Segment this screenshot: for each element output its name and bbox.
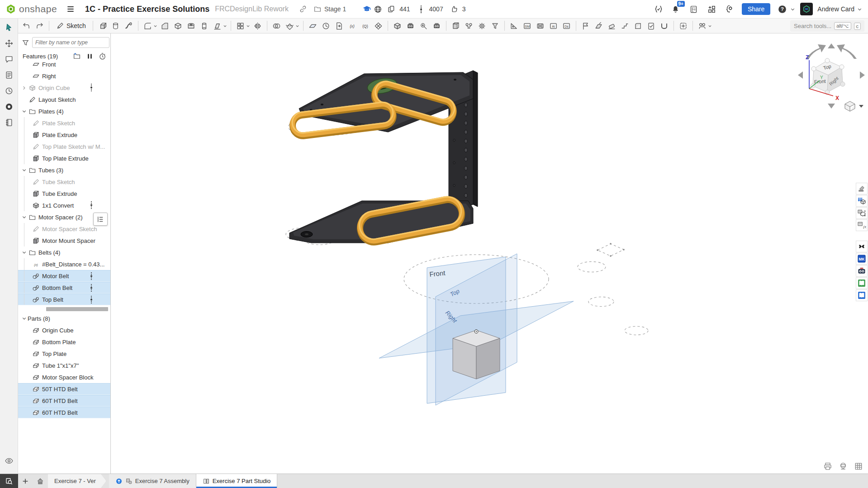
toolbar-sheet-metal-model-button[interactable]: SM [521, 20, 533, 32]
tree-row[interactable]: Motor Mount Spacer [18, 235, 110, 246]
user-name[interactable]: Andrew Card [817, 5, 854, 13]
toolbar-delete-face-button[interactable] [606, 20, 618, 32]
toolbar-sketch-button[interactable]: Sketch [52, 20, 90, 32]
filter-input[interactable] [32, 37, 109, 48]
origin-cube-part[interactable] [453, 330, 500, 379]
toolbar-redo-button[interactable] [33, 20, 46, 32]
rollback-handle[interactable] [93, 213, 108, 226]
toolbar-measure-caret[interactable] [708, 22, 712, 30]
tree-row[interactable]: Bottom Plate [18, 336, 110, 348]
toolbar-variable-studio-button[interactable]: (Q) [359, 20, 371, 32]
view-cube[interactable]: Top Front Right Z X Y [798, 43, 865, 111]
tree-row[interactable]: Tubes (3) [18, 164, 110, 176]
instances-dots-icon[interactable] [90, 83, 93, 94]
toolbar-thread-button[interactable] [198, 20, 210, 32]
chevron-open-icon[interactable] [20, 168, 28, 173]
toolbar-linear-pattern-caret[interactable] [246, 22, 251, 30]
tree-row[interactable]: 60T HTD Belt [18, 407, 110, 418]
task-list-icon[interactable] [688, 4, 699, 14]
app-library-blue-icon[interactable] [856, 289, 868, 301]
chevron-open-icon[interactable] [20, 215, 28, 220]
toolbar-flag-feature-button[interactable] [579, 20, 592, 32]
toolbar-derive-button[interactable] [333, 20, 345, 32]
chevron-open-icon[interactable] [20, 250, 28, 255]
user-caret-icon[interactable] [856, 4, 863, 14]
tab-exercise-7-part-studio[interactable]: Exercise 7 Part Studio [196, 474, 278, 488]
toolbar-linear-pattern-button[interactable] [234, 20, 247, 32]
toolbar-routing-button[interactable] [658, 20, 670, 32]
comments-icon[interactable] [3, 53, 15, 66]
score-dots-icon[interactable] [416, 4, 427, 14]
link-icon[interactable] [298, 4, 308, 14]
tree-row[interactable]: Top Plate [18, 348, 110, 360]
toolbar-split-caret[interactable] [295, 22, 300, 30]
viewport-3d[interactable]: Front Top Right [111, 33, 868, 474]
toolbar-hole-button[interactable] [185, 20, 197, 32]
toolbar-add-custom-feature-button[interactable] [677, 20, 689, 32]
instances-dots-icon[interactable] [90, 284, 93, 294]
ai-head-icon[interactable] [725, 4, 735, 14]
notes-icon[interactable] [3, 69, 15, 81]
app-robot-icon[interactable] [856, 265, 868, 277]
touch-visibility-icon[interactable] [3, 455, 15, 467]
tab-exercise-7-assembly[interactable]: Exercise 7 Assembly [109, 474, 196, 488]
toolbar-plane-button[interactable] [307, 20, 319, 32]
toolbar-primitive-cube-button[interactable] [391, 20, 403, 32]
instances-dots-icon[interactable] [90, 295, 93, 306]
tree-row[interactable]: Front [18, 62, 110, 70]
instances-dots-icon[interactable] [90, 201, 93, 211]
toolbar-mirror-button[interactable] [251, 20, 264, 32]
toolbar-draft-button[interactable] [211, 20, 223, 32]
app-library-green-icon[interactable] [856, 277, 868, 289]
tree-row[interactable]: Top Plate Sketch w/ M... [18, 141, 110, 152]
app-mkcad-icon[interactable]: MK [856, 253, 868, 265]
tree-row[interactable]: Tube Sketch [18, 176, 110, 188]
toolbar-shell-button[interactable] [172, 20, 184, 32]
toolbar-design-studio-button[interactable]: Ds [560, 20, 573, 32]
toolbar-measure-button[interactable] [696, 20, 708, 32]
globe-icon[interactable] [372, 4, 383, 14]
tree-row[interactable]: 60T HTD Belt [18, 395, 110, 407]
toolbar-boolean-button[interactable] [270, 20, 283, 32]
configurations-icon[interactable]: (x) [856, 219, 868, 231]
toolbar-variable-button[interactable]: (x) [346, 20, 358, 32]
toolbar-sweep-button[interactable] [123, 20, 135, 32]
toolbar-part-filter-button[interactable] [489, 20, 501, 32]
select-cursor-icon[interactable] [3, 21, 15, 34]
hamburger-menu-icon[interactable] [65, 4, 76, 14]
tree-row[interactable]: Plate Sketch [18, 117, 110, 129]
toolbar-curve-point-button[interactable] [417, 20, 430, 32]
toolbar-revolve-button[interactable] [109, 20, 122, 32]
add-tab-button[interactable] [18, 474, 33, 488]
onshape-logo-icon[interactable] [5, 4, 16, 14]
toolbar-belt-calculator-button[interactable] [431, 20, 443, 32]
tree-row[interactable]: Layout Sketch [18, 94, 110, 105]
pause-updates-icon[interactable] [85, 52, 94, 61]
chevron-open-icon[interactable] [20, 316, 28, 321]
origin-point[interactable] [474, 330, 478, 333]
app-grid-icon[interactable] [707, 4, 717, 14]
tree-row[interactable]: Top Plate Extrude [18, 152, 110, 164]
tree-row[interactable]: Motor Spacer Block [18, 371, 110, 383]
user-avatar[interactable] [800, 3, 813, 15]
toolbar-belt-feature-button[interactable] [404, 20, 417, 32]
toolbar-move-face-button[interactable] [593, 20, 605, 32]
toolbar-chamfer-button[interactable] [159, 20, 171, 32]
tab-exercise-7-ver[interactable]: Exercise 7 - Ver [48, 474, 106, 488]
toolbar-modify-fillet-button[interactable] [632, 20, 644, 32]
parts-table-icon[interactable] [856, 195, 868, 207]
filter-funnel-icon[interactable] [21, 37, 30, 48]
toolbar-frame-button[interactable] [450, 20, 462, 32]
education-cap-icon[interactable] [361, 4, 372, 14]
tree-row[interactable]: Right [18, 70, 110, 82]
search-tools[interactable]: Search tools... alt/⌥ c [790, 20, 864, 32]
notebook-icon[interactable] [3, 116, 15, 129]
print-icon[interactable] [823, 461, 833, 471]
tree-row[interactable]: 1x1 Convert [18, 199, 110, 211]
rollback-bar[interactable] [18, 305, 110, 313]
toolbar-lattice-button[interactable] [372, 20, 384, 32]
toolbar-ai-advisor-button[interactable]: Ai [547, 20, 560, 32]
thumbs-up-icon[interactable] [449, 4, 460, 14]
grid-table-icon[interactable] [854, 461, 863, 471]
origin-planes[interactable] [379, 254, 574, 405]
